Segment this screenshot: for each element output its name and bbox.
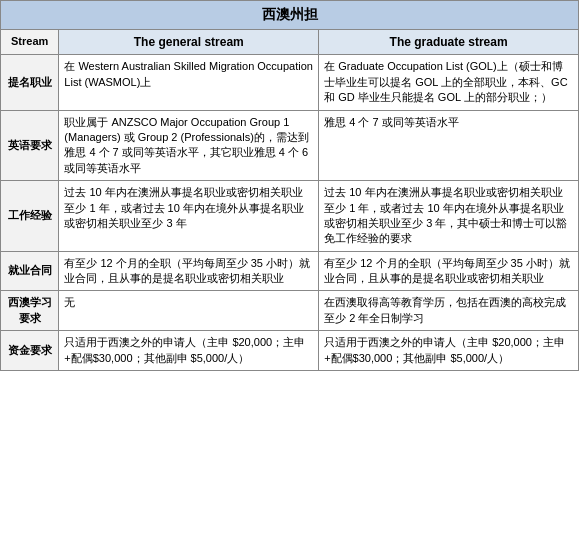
row-label-3: 就业合同 <box>1 251 59 291</box>
row-label-5: 资金要求 <box>1 331 59 371</box>
table-title: 西澳州担 <box>1 1 579 30</box>
row-general-2: 过去 10 年内在澳洲从事提名职业或密切相关职业至少 1 年，或者过去 10 年… <box>59 181 319 252</box>
row-graduate-1: 雅思 4 个 7 或同等英语水平 <box>319 110 579 181</box>
row-graduate-2: 过去 10 年内在澳洲从事提名职业或密切相关职业至少 1 年，或者过去 10 年… <box>319 181 579 252</box>
row-graduate-3: 有至少 12 个月的全职（平均每周至少 35 小时）就业合同，且从事的是提名职业… <box>319 251 579 291</box>
row-general-0: 在 Western Australian Skilled Migration O… <box>59 55 319 110</box>
row-graduate-0: 在 Graduate Occupation List (GOL)上（硕士和博士毕… <box>319 55 579 110</box>
row-label-4: 西澳学习要求 <box>1 291 59 331</box>
col-header-general: The general stream <box>59 29 319 55</box>
row-graduate-5: 只适用于西澳之外的申请人（主申 $20,000；主申+配偶$30,000；其他副… <box>319 331 579 371</box>
row-label-1: 英语要求 <box>1 110 59 181</box>
row-general-3: 有至少 12 个月的全职（平均每周至少 35 小时）就业合同，且从事的是提名职业… <box>59 251 319 291</box>
row-general-4: 无 <box>59 291 319 331</box>
row-label-0: 提名职业 <box>1 55 59 110</box>
col-header-graduate: The graduate stream <box>319 29 579 55</box>
main-container: 新石头留学移民 thenewstone.com 新石头留学移民 thenewst… <box>0 0 579 371</box>
row-label-2: 工作经验 <box>1 181 59 252</box>
row-graduate-4: 在西澳取得高等教育学历，包括在西澳的高校完成至少 2 年全日制学习 <box>319 291 579 331</box>
col-header-stream: Stream <box>1 29 59 55</box>
row-general-1: 职业属于 ANZSCO Major Occupation Group 1 (Ma… <box>59 110 319 181</box>
row-general-5: 只适用于西澳之外的申请人（主申 $20,000；主申+配偶$30,000；其他副… <box>59 331 319 371</box>
main-table: 西澳州担 Stream The general stream The gradu… <box>0 0 579 371</box>
